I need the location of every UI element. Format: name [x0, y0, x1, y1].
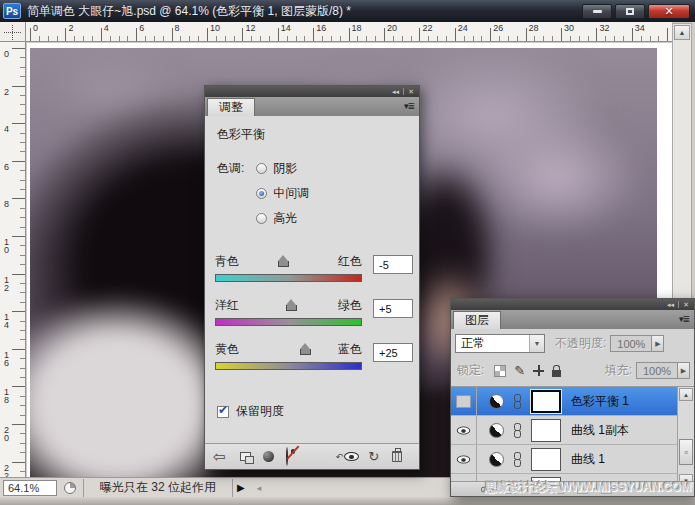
- layer-row-curves-copy[interactable]: 曲线 1副本: [451, 416, 694, 445]
- photoshop-app-icon: Ps: [3, 3, 21, 19]
- yellow-blue-handle[interactable]: [300, 349, 311, 355]
- slider-yellow-blue: 黄色 蓝色 +25: [205, 341, 419, 385]
- eye-hidden-icon: [456, 395, 471, 408]
- eye-icon: [457, 455, 471, 463]
- cyan-red-track[interactable]: [215, 274, 362, 282]
- hscroll-left-arrow[interactable]: ◂: [257, 483, 262, 493]
- tone-label: 色调:: [217, 160, 244, 227]
- lock-pixels-icon[interactable]: ✎: [514, 364, 525, 377]
- layer-list-scrollbar[interactable]: ▲ ≡ ▼: [677, 387, 694, 488]
- green-label: 绿色: [338, 297, 362, 314]
- collapse-panel-icon[interactable]: ◂◂: [667, 301, 674, 308]
- opacity-label: 不透明度:: [555, 335, 606, 352]
- radio-midtones-label: 中间调: [273, 185, 309, 202]
- photoshop-window: Ps 简单调色 大眼仔~旭.psd @ 64.1% (色彩平衡 1, 图层蒙版/…: [0, 0, 695, 505]
- visibility-toggle[interactable]: [451, 445, 477, 473]
- adjustments-tab-row: 调整 ▾≣: [205, 97, 419, 116]
- slider-magenta-green: 洋红 绿色 +5: [205, 297, 419, 341]
- magenta-green-value[interactable]: +5: [373, 299, 413, 318]
- window-title: 简单调色 大眼仔~旭.psd @ 64.1% (色彩平衡 1, 图层蒙版/8) …: [27, 3, 576, 20]
- fill-value[interactable]: 100%: [636, 362, 678, 379]
- fill-label: 填充:: [605, 362, 632, 379]
- mask-link-icon[interactable]: [513, 423, 522, 438]
- adjustment-title: 色彩平衡: [205, 116, 419, 143]
- collapse-panel-icon[interactable]: ◂◂: [392, 88, 399, 95]
- radio-highlights[interactable]: 高光: [256, 210, 309, 227]
- adjustments-panel-grip[interactable]: ◂◂ ✕: [205, 86, 419, 97]
- radio-icon[interactable]: [256, 163, 267, 174]
- fill-slider-arrow[interactable]: ▶: [678, 362, 690, 379]
- yellow-blue-value[interactable]: +25: [373, 343, 413, 362]
- visibility-toggle[interactable]: [451, 387, 477, 415]
- lock-all-icon[interactable]: [552, 370, 561, 377]
- layers-panel: ◂◂ ✕ 图层 ▾≣ 正常 ▼ 不透明度: 100% ▶ 锁定: ✎ 填: [450, 298, 695, 497]
- layer-row-curves[interactable]: 曲线 1: [451, 445, 694, 474]
- zoom-level-field[interactable]: 64.1%: [3, 480, 57, 496]
- layer-row-color-balance[interactable]: 色彩平衡 1: [451, 387, 694, 416]
- adjustment-layer-icon[interactable]: [489, 423, 504, 438]
- opacity-value[interactable]: 100%: [610, 335, 652, 352]
- expand-panel-icon[interactable]: [240, 452, 251, 461]
- magenta-green-handle[interactable]: [286, 305, 297, 311]
- clip-to-layer-icon[interactable]: [263, 451, 274, 462]
- maximize-button[interactable]: [615, 4, 645, 19]
- magenta-green-track[interactable]: [215, 318, 362, 326]
- lock-label: 锁定:: [457, 362, 484, 379]
- layer-name[interactable]: 曲线 1: [571, 451, 605, 468]
- reset-icon[interactable]: ↻: [368, 450, 379, 463]
- chevron-down-icon[interactable]: ▼: [529, 335, 544, 352]
- radio-icon-selected[interactable]: [256, 188, 267, 199]
- yellow-blue-track[interactable]: [215, 362, 362, 370]
- adjustments-footer: ⇦ ↶ ↻: [205, 443, 419, 469]
- cyan-red-handle[interactable]: [278, 261, 289, 267]
- scroll-up-button[interactable]: ▲: [679, 388, 693, 401]
- minimize-button[interactable]: [582, 4, 612, 19]
- layer-mask-thumbnail[interactable]: [531, 419, 561, 442]
- preserve-luminosity-checkbox[interactable]: ✔: [217, 406, 229, 418]
- status-menu-arrow[interactable]: ▶: [237, 482, 245, 493]
- scroll-up-button[interactable]: ▲: [674, 25, 690, 40]
- timer-icon: [64, 482, 76, 494]
- adjustment-layer-icon[interactable]: [489, 394, 504, 409]
- cyan-red-value[interactable]: -5: [373, 255, 413, 274]
- layer-name[interactable]: 曲线 1副本: [571, 422, 629, 439]
- view-previous-state-icon[interactable]: ↶: [336, 452, 360, 462]
- tab-adjustments[interactable]: 调整: [207, 98, 255, 116]
- layer-mask-thumbnail[interactable]: [531, 390, 561, 413]
- panel-menu-icon[interactable]: ▾≣: [679, 314, 689, 324]
- ruler-origin-corner[interactable]: [0, 22, 26, 42]
- back-arrow-icon[interactable]: ⇦: [213, 449, 226, 464]
- window-frame-bottom: [0, 497, 695, 505]
- toggle-visibility-icon[interactable]: [286, 448, 288, 466]
- tab-layers[interactable]: 图层: [453, 311, 501, 329]
- scrollbar-thumb[interactable]: ≡: [679, 439, 693, 465]
- close-button[interactable]: ✕: [648, 4, 690, 19]
- blue-label: 蓝色: [338, 341, 362, 358]
- layer-name[interactable]: 色彩平衡 1: [571, 393, 629, 410]
- opacity-slider-arrow[interactable]: ▶: [652, 335, 664, 352]
- adjustments-panel: ◂◂ ✕ 调整 ▾≣ 色彩平衡 色调: 阴影 中间调 高光: [204, 85, 420, 470]
- checkmark-icon: ✔: [218, 403, 228, 417]
- panel-menu-icon[interactable]: ▾≣: [404, 101, 414, 111]
- radio-icon[interactable]: [256, 213, 267, 224]
- delete-adjustment-icon[interactable]: [392, 451, 402, 462]
- ruler-vertical: 0246810121416182022: [0, 42, 26, 477]
- layers-panel-grip[interactable]: ◂◂ ✕: [451, 299, 694, 310]
- close-panel-icon[interactable]: ✕: [408, 88, 414, 95]
- visibility-toggle[interactable]: [451, 416, 477, 444]
- maximize-icon: [626, 8, 634, 15]
- mask-link-icon[interactable]: [513, 394, 522, 409]
- mask-link-icon[interactable]: [513, 452, 522, 467]
- lock-transparency-icon[interactable]: [494, 365, 506, 377]
- lock-position-icon[interactable]: [533, 365, 544, 376]
- adjustment-layer-icon[interactable]: [489, 452, 504, 467]
- radio-shadows[interactable]: 阴影: [256, 160, 309, 177]
- blend-mode-dropdown[interactable]: 正常 ▼: [455, 334, 545, 353]
- radio-midtones[interactable]: 中间调: [256, 185, 309, 202]
- radio-shadows-label: 阴影: [273, 160, 297, 177]
- arrow-up-icon: ▲: [679, 29, 686, 36]
- close-panel-icon[interactable]: ✕: [683, 301, 689, 308]
- preserve-luminosity-label: 保留明度: [236, 403, 284, 420]
- layer-mask-thumbnail[interactable]: [531, 448, 561, 471]
- slider-cyan-red: 青色 红色 -5: [205, 253, 419, 297]
